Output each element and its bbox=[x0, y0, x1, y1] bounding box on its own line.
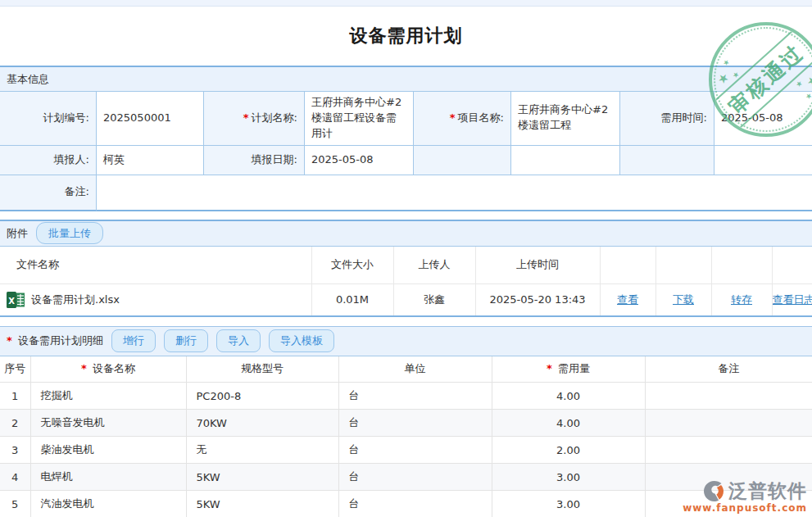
section-title: 附件 bbox=[7, 226, 28, 241]
page-title: 设备需用计划 bbox=[350, 24, 463, 48]
import-button[interactable]: 导入 bbox=[216, 329, 261, 352]
column-header-empty bbox=[772, 247, 812, 284]
detail-cell-no: 1 bbox=[0, 383, 30, 410]
attachment-table: 文件名称 文件大小 上传人 上传时间 bbox=[0, 247, 812, 317]
field-label-plan-no: * 计划编号: bbox=[0, 92, 97, 146]
detail-cell-remark bbox=[645, 437, 812, 464]
required-asterisk: * bbox=[547, 362, 552, 374]
detail-cell-remark bbox=[645, 383, 812, 410]
field-label-text: 需用时间: bbox=[661, 111, 707, 126]
detail-cell-model: 无 bbox=[186, 437, 338, 464]
file-name-cell: X 设备需用计划.xlsx bbox=[0, 292, 311, 308]
detail-cell-unit: 台 bbox=[338, 464, 492, 491]
detail-cell-unit: 台 bbox=[338, 410, 492, 437]
detail-cell-qty: 4.00 bbox=[492, 410, 645, 437]
file-upload-time: 2025-05-20 13:43 bbox=[475, 284, 600, 316]
detail-cell-qty: 2.00 bbox=[492, 437, 645, 464]
top-strip bbox=[0, 0, 812, 7]
basic-info-row-1: * 计划编号: 2025050001 * 计划名称: 王府井商务中心#2楼遗留工… bbox=[0, 92, 812, 146]
column-header-file-name: 文件名称 bbox=[0, 247, 311, 284]
detail-cell-model: 5KW bbox=[186, 491, 338, 517]
required-asterisk: * bbox=[450, 111, 456, 126]
detail-cell-model: 70KW bbox=[186, 410, 338, 437]
vendor-watermark: 泛普软件 www.fanpusoft.com bbox=[683, 478, 807, 514]
fanpu-logo-icon bbox=[703, 480, 725, 502]
file-name: 设备需用计划.xlsx bbox=[31, 293, 120, 307]
detail-cell-remark bbox=[645, 410, 812, 437]
detail-cell-name: 无噪音发电机 bbox=[30, 410, 186, 437]
column-header-empty bbox=[600, 247, 655, 284]
field-label-plan-name: * 计划名称: bbox=[204, 92, 305, 146]
detail-cell-no: 2 bbox=[0, 410, 30, 437]
column-header-empty bbox=[711, 247, 772, 284]
field-label-reporter: 填报人: bbox=[0, 146, 97, 175]
attachment-file-row: X 设备需用计划.xlsx 0.01M 张鑫 2025-05-20 13:43 … bbox=[0, 284, 812, 316]
column-header-upload-time: 上传时间 bbox=[475, 247, 600, 284]
add-row-button[interactable]: 增行 bbox=[111, 329, 156, 352]
required-asterisk: * bbox=[243, 111, 249, 126]
field-label-empty bbox=[414, 146, 511, 175]
field-label-text: 填报日期: bbox=[252, 152, 297, 168]
batch-upload-button[interactable]: 批量上传 bbox=[36, 222, 103, 245]
field-value-empty bbox=[511, 146, 620, 175]
field-label-report-date: 填报日期: bbox=[204, 146, 305, 175]
detail-row: 2无噪音发电机70KW台4.00 bbox=[0, 410, 812, 437]
column-header-remark: 备注 bbox=[645, 356, 812, 383]
detail-cell-model: PC200-8 bbox=[186, 383, 338, 410]
column-header-file-size: 文件大小 bbox=[311, 247, 393, 284]
detail-cell-unit: 台 bbox=[338, 491, 492, 517]
vendor-url: www.fanpusoft.com bbox=[683, 502, 807, 514]
file-transfer-link[interactable]: 转存 bbox=[731, 293, 752, 306]
detail-cell-no: 4 bbox=[0, 464, 30, 491]
file-uploader: 张鑫 bbox=[393, 284, 475, 316]
field-value-plan-name: 王府井商务中心#2楼遗留工程设备需用计 bbox=[305, 92, 414, 146]
detail-cell-name: 汽油发电机 bbox=[30, 491, 186, 517]
file-size: 0.01M bbox=[311, 284, 393, 316]
detail-cell-name: 电焊机 bbox=[30, 464, 186, 491]
field-value-report-date: 2025-05-08 bbox=[305, 146, 414, 175]
section-title: * 设备需用计划明细 bbox=[7, 333, 103, 348]
excel-file-icon: X bbox=[7, 292, 25, 308]
detail-row: 1挖掘机PC200-8台4.00 bbox=[0, 383, 812, 410]
field-label-text: 计划编号: bbox=[43, 111, 89, 126]
basic-info-row-2: 填报人: 柯英 填报日期: 2025-05-08 bbox=[0, 146, 812, 175]
detail-row: 3柴油发电机无台2.00 bbox=[0, 437, 812, 464]
delete-row-button[interactable]: 删行 bbox=[164, 329, 208, 352]
required-asterisk: * bbox=[81, 362, 87, 374]
detail-cell-name: 挖掘机 bbox=[30, 383, 186, 410]
detail-cell-no: 5 bbox=[0, 491, 30, 517]
column-header-uploader: 上传人 bbox=[393, 247, 475, 284]
vendor-name: 泛普软件 bbox=[728, 478, 807, 504]
detail-cell-no: 3 bbox=[0, 437, 30, 464]
field-label-text: 填报人: bbox=[54, 152, 89, 168]
section-header-basic-info: 基本信息 bbox=[0, 66, 812, 92]
required-asterisk: * bbox=[7, 334, 12, 347]
detail-cell-name: 柴油发电机 bbox=[30, 437, 186, 464]
detail-header-row: 序号 * 设备名称 规格型号 单位 * 需用量 备注 bbox=[0, 356, 812, 383]
basic-info-row-3: 备注: bbox=[0, 175, 812, 211]
field-label-project-name: * 项目名称: bbox=[414, 92, 511, 146]
field-label-empty bbox=[620, 146, 714, 175]
column-header-empty bbox=[655, 247, 711, 284]
svg-text:X: X bbox=[8, 296, 15, 305]
field-value-remark bbox=[97, 175, 812, 211]
field-value-reporter: 柯英 bbox=[97, 146, 204, 175]
field-value-need-date: 2025-05-08 bbox=[714, 92, 812, 146]
field-label-text: 项目名称: bbox=[458, 111, 504, 126]
detail-cell-unit: 台 bbox=[338, 437, 492, 464]
detail-cell-unit: 台 bbox=[338, 383, 492, 410]
file-view-link[interactable]: 查看 bbox=[617, 293, 638, 306]
section-header-attachment: 附件 批量上传 bbox=[0, 220, 812, 247]
import-template-button[interactable]: 导入模板 bbox=[269, 329, 334, 352]
file-view-log-link[interactable]: 查看日志 bbox=[773, 293, 812, 306]
title-bar: 设备需用计划 bbox=[0, 7, 812, 66]
field-label-text: 备注: bbox=[65, 184, 89, 200]
attachment-header-row: 文件名称 文件大小 上传人 上传时间 bbox=[0, 247, 812, 284]
detail-cell-qty: 3.00 bbox=[492, 491, 645, 517]
detail-cell-model: 5KW bbox=[186, 464, 338, 491]
file-download-link[interactable]: 下载 bbox=[673, 293, 694, 306]
column-header-equipment-name: * 设备名称 bbox=[30, 356, 186, 383]
column-header-model: 规格型号 bbox=[186, 356, 338, 383]
section-title: 基本信息 bbox=[7, 72, 49, 87]
detail-cell-qty: 3.00 bbox=[492, 464, 645, 491]
